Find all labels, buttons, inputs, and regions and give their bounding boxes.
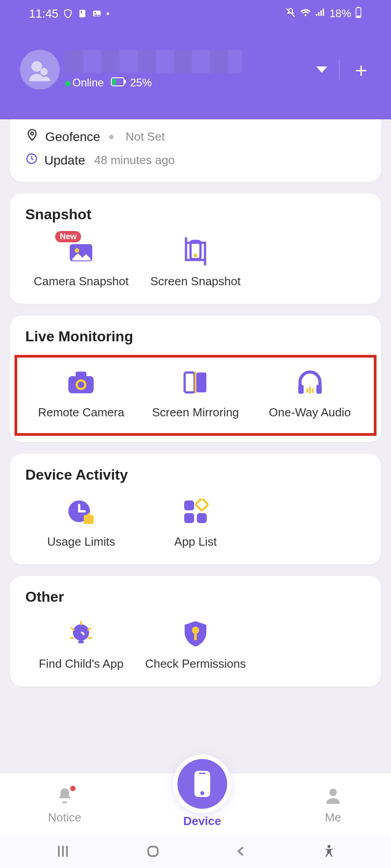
back-icon[interactable]: [234, 843, 248, 861]
svg-rect-0: [80, 10, 86, 18]
activity-title: Device Activity: [25, 467, 366, 483]
svg-rect-43: [194, 633, 197, 640]
battery-icon: [355, 6, 362, 21]
svg-rect-23: [76, 372, 86, 377]
app-list-tile[interactable]: App List: [140, 493, 252, 553]
clock-lock-icon: [67, 499, 95, 525]
new-badge: New: [55, 231, 81, 242]
nav-me[interactable]: Me: [323, 786, 343, 825]
svg-rect-29: [298, 385, 304, 394]
nav-notice[interactable]: Notice: [48, 786, 81, 825]
apps-icon: [182, 499, 209, 525]
svg-rect-47: [199, 773, 206, 774]
accessibility-icon[interactable]: [322, 844, 336, 860]
svg-rect-10: [357, 16, 360, 17]
camera-snapshot-label: Camera Snapshot: [34, 274, 129, 288]
svg-rect-39: [196, 499, 208, 511]
svg-rect-4: [316, 14, 317, 16]
online-label: Online: [72, 76, 104, 89]
svg-rect-30: [316, 385, 322, 394]
camera-snapshot-tile[interactable]: New Camera Snapshot: [25, 233, 137, 293]
geofence-label: Geofence: [45, 130, 100, 144]
status-bar: 11:45 • 18%: [11, 0, 380, 27]
svg-point-12: [40, 68, 48, 75]
sd-card-icon: [77, 9, 87, 19]
vibrate-icon: [285, 7, 296, 20]
svg-rect-7: [323, 9, 324, 16]
signal-icon: [315, 7, 326, 20]
nav-device[interactable]: Device: [177, 782, 227, 828]
screen-mirroring-label: Screen Mirroring: [152, 406, 239, 420]
phone-icon: [177, 759, 227, 809]
device-battery: 25%: [130, 76, 152, 89]
svg-rect-32: [309, 387, 311, 394]
svg-rect-37: [184, 513, 194, 523]
crop-phone-icon: [182, 236, 209, 266]
clock-icon: [25, 152, 38, 168]
image-icon: [92, 9, 102, 19]
svg-rect-38: [197, 513, 207, 523]
dot-icon: [109, 135, 114, 139]
nav-notice-label: Notice: [48, 811, 81, 825]
svg-point-3: [95, 12, 96, 14]
camera-icon: [67, 371, 95, 394]
mirror-icon: [181, 371, 210, 394]
battery-small-icon: [111, 76, 126, 89]
recent-apps-icon[interactable]: [55, 843, 71, 861]
svg-point-46: [200, 791, 204, 795]
dropdown-icon[interactable]: [316, 66, 327, 73]
shield-icon: [63, 9, 73, 19]
device-activity-card: Device Activity Usage Limits App List: [10, 454, 381, 564]
bottom-nav: Notice Device Me: [0, 773, 391, 836]
svg-rect-49: [148, 847, 157, 856]
snapshot-card: Snapshot New Camera Snapshot Screen Snap…: [10, 193, 381, 304]
add-button[interactable]: ＋: [351, 57, 371, 83]
location-pin-icon: [25, 128, 39, 145]
one-way-audio-tile[interactable]: One-Way Audio: [254, 364, 366, 424]
update-label: Update: [44, 153, 85, 168]
profile-name-redacted: [65, 50, 242, 73]
find-child-app-tile[interactable]: Find Child's App: [25, 615, 137, 675]
android-nav-bar: [0, 836, 391, 868]
update-row[interactable]: Update 48 minutes ago: [25, 149, 366, 172]
svg-rect-33: [312, 388, 314, 393]
screen-snapshot-label: Screen Snapshot: [150, 274, 240, 288]
wifi-icon: [300, 6, 311, 21]
svg-point-16: [31, 132, 33, 135]
svg-point-25: [78, 382, 84, 388]
svg-point-42: [192, 627, 199, 634]
svg-rect-1: [81, 11, 82, 14]
divider: [339, 60, 339, 80]
home-icon[interactable]: [145, 843, 161, 861]
svg-rect-27: [185, 373, 195, 392]
online-dot-icon: [65, 81, 71, 86]
shield-key-icon: [183, 620, 208, 647]
screen-mirroring-tile[interactable]: Screen Mirroring: [140, 364, 252, 424]
remote-camera-tile[interactable]: Remote Camera: [25, 364, 137, 424]
svg-rect-36: [184, 500, 194, 510]
svg-rect-41: [78, 641, 84, 643]
geofence-row[interactable]: Geofence Not Set: [25, 125, 366, 149]
bell-icon: [55, 786, 75, 809]
svg-rect-26: [196, 373, 206, 392]
svg-rect-28: [195, 372, 196, 393]
live-monitoring-card: Live Monitoring Remote Camera Screen Mir…: [10, 316, 381, 442]
live-highlight: Remote Camera Screen Mirroring One-Way A…: [14, 355, 377, 436]
svg-rect-14: [112, 79, 116, 85]
usage-limits-tile[interactable]: Usage Limits: [25, 493, 137, 553]
svg-rect-44: [62, 801, 67, 803]
app-header: 11:45 • 18%: [0, 0, 391, 119]
check-permissions-label: Check Permissions: [145, 657, 246, 671]
svg-rect-5: [318, 12, 319, 16]
svg-rect-31: [306, 388, 308, 393]
svg-point-21: [194, 254, 197, 257]
person-icon: [323, 786, 343, 809]
info-card: Geofence Not Set Update 48 minutes ago: [10, 119, 381, 182]
app-list-label: App List: [174, 535, 217, 549]
svg-point-19: [75, 248, 79, 253]
check-permissions-tile[interactable]: Check Permissions: [140, 615, 252, 675]
svg-rect-9: [358, 7, 359, 8]
screen-snapshot-tile[interactable]: Screen Snapshot: [140, 233, 252, 293]
snapshot-title: Snapshot: [25, 206, 366, 223]
avatar[interactable]: [20, 50, 60, 90]
